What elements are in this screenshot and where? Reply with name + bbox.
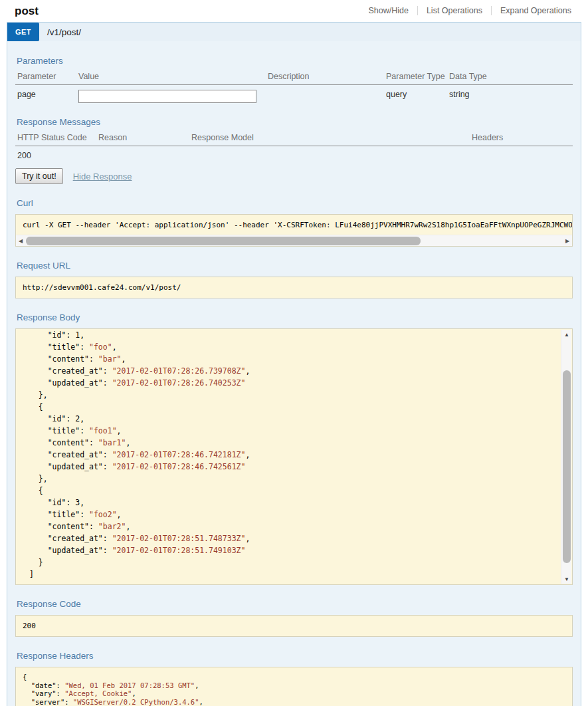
col-http-status-code: HTTP Status Code <box>15 133 98 142</box>
parameters-table-header: Parameter Value Description Parameter Ty… <box>15 72 573 85</box>
parameters-heading: Parameters <box>17 56 573 66</box>
response-code-box: 200 <box>15 615 573 637</box>
response-headers-heading: Response Headers <box>17 651 573 661</box>
expand-operations-link[interactable]: Expand Operations <box>492 6 580 15</box>
vertical-scrollbar-thumb[interactable] <box>563 370 571 563</box>
endpoint-path-link[interactable]: /v1/post/ <box>39 23 81 41</box>
operation-header: post Show/Hide List Operations Expand Op… <box>0 0 588 18</box>
curl-command: curl -X GET --header 'Accept: applicatio… <box>16 215 572 235</box>
col-description: Description <box>268 72 386 81</box>
scroll-down-arrow-icon[interactable]: ▼ <box>561 574 572 584</box>
parameter-name: page <box>15 90 78 99</box>
hide-response-link[interactable]: Hide Response <box>73 172 132 181</box>
vertical-scrollbar[interactable]: ▲ ▼ <box>561 330 571 584</box>
response-code-heading: Response Code <box>17 599 573 609</box>
response-messages-table: HTTP Status Code Reason Response Model H… <box>15 133 573 160</box>
curl-heading: Curl <box>17 198 573 208</box>
endpoint-heading-bar[interactable]: GET /v1/post/ <box>7 23 581 41</box>
try-it-out-button[interactable]: Try it out! <box>15 168 63 184</box>
parameter-type: query <box>386 90 449 99</box>
col-parameter: Parameter <box>15 72 78 81</box>
header-links: Show/Hide List Operations Expand Operati… <box>359 6 580 15</box>
scroll-left-arrow-icon[interactable]: ◀ <box>16 235 25 247</box>
col-headers: Headers <box>472 133 573 142</box>
parameter-row: page query string <box>15 85 573 103</box>
request-url-box: http://sdevvm001.cafe24.com/v1/post/ <box>15 277 573 298</box>
scroll-up-arrow-icon[interactable]: ▲ <box>561 330 572 339</box>
response-body-json: "id": 1, "title": "foo", "content": "bar… <box>16 328 572 584</box>
col-response-model: Response Model <box>191 133 472 142</box>
scroll-right-arrow-icon[interactable]: ▶ <box>563 235 572 247</box>
col-data-type: Data Type <box>449 72 573 81</box>
http-method-badge: GET <box>7 23 39 41</box>
response-messages-heading: Response Messages <box>17 117 573 127</box>
col-parameter-type: Parameter Type <box>386 72 449 81</box>
curl-box: curl -X GET --header 'Accept: applicatio… <box>15 214 573 247</box>
page-title: post <box>15 5 39 18</box>
horizontal-scrollbar-thumb[interactable] <box>26 237 421 245</box>
show-hide-link[interactable]: Show/Hide <box>359 6 417 15</box>
col-reason: Reason <box>98 133 191 142</box>
parameter-value-input[interactable] <box>78 90 256 103</box>
operation-content: Parameters Parameter Value Description P… <box>7 56 581 706</box>
response-body-heading: Response Body <box>17 312 573 322</box>
response-message-row: 200 <box>15 146 573 160</box>
parameters-table: Parameter Value Description Parameter Ty… <box>15 72 573 103</box>
actions-row: Try it out! Hide Response <box>15 168 573 184</box>
response-headers-box: { "date": "Wed, 01 Feb 2017 07:28:53 GMT… <box>15 667 573 706</box>
col-value: Value <box>78 72 268 81</box>
list-operations-link[interactable]: List Operations <box>418 6 491 15</box>
horizontal-scrollbar[interactable]: ◀ ▶ <box>16 235 572 246</box>
status-code-value: 200 <box>15 151 98 160</box>
response-body-box: "id": 1, "title": "foo", "content": "bar… <box>15 328 573 585</box>
request-url-heading: Request URL <box>17 261 573 271</box>
parameter-data-type: string <box>449 90 573 99</box>
response-messages-table-header: HTTP Status Code Reason Response Model H… <box>15 133 573 146</box>
operation-panel: GET /v1/post/ Parameters Parameter Value… <box>7 22 581 706</box>
